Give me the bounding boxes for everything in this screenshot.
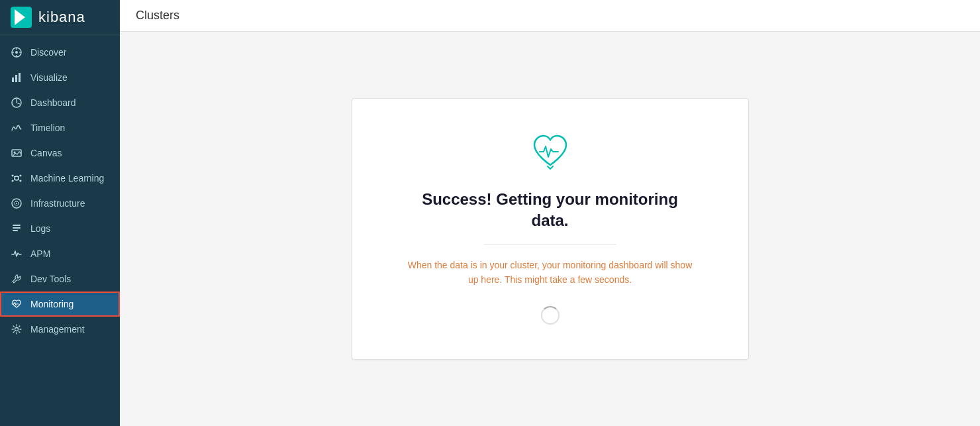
- heart-monitor-icon: [405, 131, 695, 173]
- main-content: Success! Getting your monitoring data. W…: [120, 32, 980, 426]
- sidebar-item-infrastructure[interactable]: Infrastructure: [0, 191, 120, 216]
- kibana-logo-text: kibana: [38, 9, 85, 26]
- sidebar-logo[interactable]: kibana: [0, 0, 120, 34]
- sidebar-item-visualize[interactable]: Visualize: [0, 65, 120, 90]
- svg-rect-9: [15, 75, 17, 82]
- dashboard-icon: [11, 97, 23, 109]
- svg-point-16: [20, 175, 22, 177]
- sidebar: kibana Discover Visualize Dashboard Tim: [0, 0, 120, 426]
- main-header: Clusters: [120, 0, 980, 32]
- compass-icon: [11, 46, 23, 58]
- sidebar-item-label: Monitoring: [30, 299, 74, 309]
- monitoring-card: Success! Getting your monitoring data. W…: [352, 98, 749, 359]
- card-description: When the data is in your cluster, your m…: [405, 258, 695, 288]
- sidebar-item-apm[interactable]: APM: [0, 241, 120, 266]
- sidebar-item-label: Visualize: [30, 72, 68, 83]
- sidebar-item-label: Logs: [30, 223, 50, 234]
- loading-spinner: [541, 306, 560, 325]
- svg-line-20: [19, 176, 20, 178]
- svg-point-25: [16, 203, 17, 204]
- sidebar-item-label: Timelion: [30, 123, 65, 133]
- card-title: Success! Getting your monitoring data.: [405, 189, 695, 230]
- bar-chart-icon: [11, 72, 23, 83]
- svg-rect-26: [13, 225, 21, 226]
- ml-icon: [11, 172, 23, 184]
- apm-icon: [11, 248, 23, 260]
- kibana-logo-icon: [11, 7, 32, 28]
- svg-rect-8: [12, 78, 14, 82]
- sidebar-item-timelion[interactable]: Timelion: [0, 115, 120, 140]
- sidebar-item-label: Dashboard: [30, 97, 76, 108]
- card-divider: [484, 244, 616, 244]
- sidebar-item-label: Canvas: [30, 148, 62, 158]
- svg-point-17: [12, 180, 14, 182]
- sidebar-item-machine-learning[interactable]: Machine Learning: [0, 166, 120, 191]
- page-title: Clusters: [136, 9, 179, 23]
- svg-point-15: [12, 175, 14, 177]
- sidebar-item-canvas[interactable]: Canvas: [0, 140, 120, 166]
- logs-icon: [11, 223, 23, 235]
- sidebar-item-label: APM: [30, 248, 50, 259]
- svg-point-29: [15, 328, 19, 331]
- sidebar-item-management[interactable]: Management: [0, 317, 120, 342]
- svg-point-14: [15, 176, 19, 180]
- sidebar-item-logs[interactable]: Logs: [0, 216, 120, 241]
- timelion-icon: [11, 122, 23, 134]
- sidebar-item-label: Dev Tools: [30, 274, 71, 284]
- sidebar-item-label: Infrastructure: [30, 198, 85, 209]
- sidebar-nav: Discover Visualize Dashboard Timelion Ca: [0, 34, 120, 426]
- svg-rect-27: [13, 227, 21, 229]
- svg-line-22: [19, 180, 20, 181]
- sidebar-item-dev-tools[interactable]: Dev Tools: [0, 266, 120, 292]
- sidebar-item-monitoring[interactable]: Monitoring: [0, 292, 120, 317]
- sidebar-item-dashboard[interactable]: Dashboard: [0, 90, 120, 115]
- sidebar-item-discover[interactable]: Discover: [0, 40, 120, 65]
- svg-line-21: [14, 180, 15, 181]
- sidebar-item-label: Machine Learning: [30, 173, 104, 184]
- infrastructure-icon: [11, 197, 23, 209]
- wrench-icon: [11, 273, 23, 285]
- svg-line-19: [14, 176, 15, 178]
- svg-rect-28: [13, 230, 18, 231]
- svg-point-18: [20, 180, 22, 182]
- canvas-icon: [11, 147, 23, 159]
- main-area: Clusters Success! Getting your monitorin…: [120, 0, 980, 426]
- heart-monitor-nav-icon: [11, 298, 23, 310]
- svg-rect-10: [19, 73, 21, 82]
- gear-icon: [11, 323, 23, 335]
- sidebar-item-label: Management: [30, 324, 85, 335]
- svg-point-3: [15, 51, 18, 54]
- sidebar-item-label: Discover: [30, 47, 66, 58]
